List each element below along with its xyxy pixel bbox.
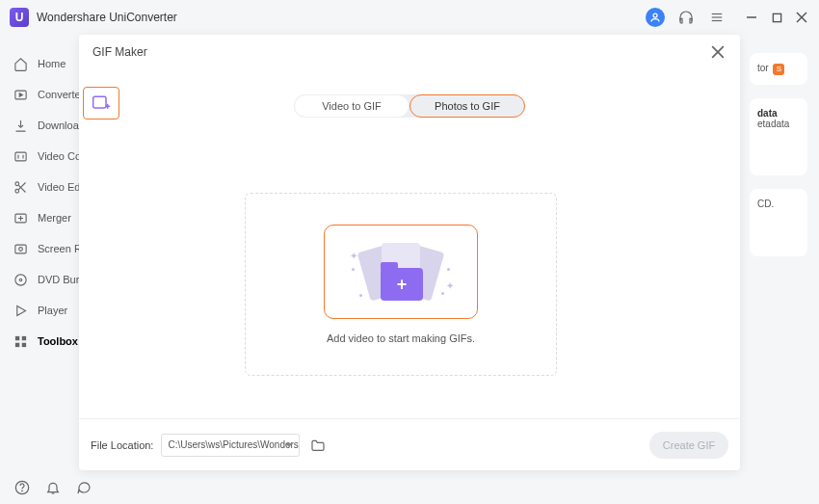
mode-toggle: Video to GIF Photos to GIF [294, 94, 525, 118]
converter-icon [13, 87, 28, 102]
svg-rect-26 [22, 342, 26, 346]
support-icon[interactable] [676, 8, 696, 27]
modal-title: GIF Maker [92, 45, 147, 59]
merger-icon [13, 210, 28, 225]
grid-icon [13, 333, 28, 349]
folder-icon: + [381, 268, 423, 301]
svg-marker-22 [17, 305, 26, 315]
drop-hint-text: Add video to start making GIFs. [327, 332, 475, 344]
scissors-icon [13, 179, 28, 195]
sidebar-item-merger[interactable]: Merger [0, 202, 79, 233]
create-gif-button[interactable]: Create GIF [649, 432, 728, 459]
svg-rect-24 [22, 335, 26, 339]
svg-point-20 [15, 274, 26, 284]
bell-icon[interactable] [44, 479, 62, 496]
tab-photos-to-gif[interactable]: Photos to GIF [410, 94, 525, 118]
sidebar-item-label: Converter [38, 89, 84, 100]
svg-point-28 [22, 491, 23, 491]
svg-marker-9 [19, 93, 22, 96]
file-location-select[interactable]: C:\Users\ws\Pictures\Wonders [161, 434, 300, 457]
gif-maker-modal: GIF Maker Video to GIF Photos to GIF + ✦… [79, 35, 740, 470]
svg-rect-23 [15, 335, 19, 339]
sidebar-item-home[interactable]: Home [0, 48, 79, 79]
tab-video-to-gif[interactable]: Video to GIF [294, 94, 410, 118]
close-button[interactable] [794, 10, 809, 25]
sidebar-item-converter[interactable]: Converter [0, 79, 79, 110]
help-icon[interactable] [13, 479, 31, 496]
svg-rect-31 [93, 96, 106, 108]
svg-rect-25 [15, 342, 19, 346]
feedback-icon[interactable] [75, 479, 92, 496]
svg-rect-18 [15, 245, 26, 253]
maximize-button[interactable] [769, 10, 784, 25]
sidebar-item-label: Home [38, 58, 66, 69]
account-icon[interactable] [646, 8, 665, 27]
sidebar: Home Converter Downloader Video Compress… [0, 35, 79, 504]
sidebar-item-player[interactable]: Player [0, 295, 79, 326]
modal-close-button[interactable] [709, 43, 727, 61]
browse-folder-button[interactable] [307, 435, 329, 456]
svg-point-0 [653, 13, 657, 17]
sidebar-item-toolbox[interactable]: Toolbox [0, 326, 79, 357]
sidebar-item-recorder[interactable]: Screen Recorder [0, 233, 79, 264]
svg-rect-10 [15, 152, 26, 161]
svg-rect-5 [773, 13, 780, 21]
menu-icon[interactable] [707, 8, 727, 27]
add-files-button[interactable]: + ✦✦ [324, 225, 478, 319]
drop-zone[interactable]: + ✦✦ Add video to start making GIFs. [245, 193, 557, 376]
home-icon [13, 56, 28, 71]
download-icon [13, 118, 28, 133]
compressor-icon [13, 148, 28, 164]
file-location-label: File Location: [91, 439, 153, 451]
minimize-button[interactable] [744, 10, 759, 25]
app-logo-icon: U [10, 8, 29, 27]
sidebar-item-label: Merger [38, 212, 71, 224]
sidebar-item-downloader[interactable]: Downloader [0, 110, 79, 141]
recorder-icon [13, 241, 28, 256]
app-title: Wondershare UniConverter [37, 11, 177, 24]
disc-icon [13, 272, 28, 287]
svg-point-19 [19, 247, 23, 251]
svg-point-11 [15, 181, 19, 185]
svg-point-12 [15, 189, 19, 193]
background-cards: tor S dataetadata CD. [750, 53, 807, 458]
sidebar-item-editor[interactable]: Video Editor [0, 172, 79, 202]
sidebar-item-label: Player [38, 305, 67, 316]
sidebar-item-compressor[interactable]: Video Compressor [0, 141, 79, 172]
sidebar-item-dvd[interactable]: DVD Burner [0, 264, 79, 295]
add-file-thumb-button[interactable] [83, 87, 119, 119]
svg-point-21 [19, 279, 22, 281]
sidebar-item-label: Toolbox [38, 335, 78, 347]
play-icon [13, 303, 28, 318]
